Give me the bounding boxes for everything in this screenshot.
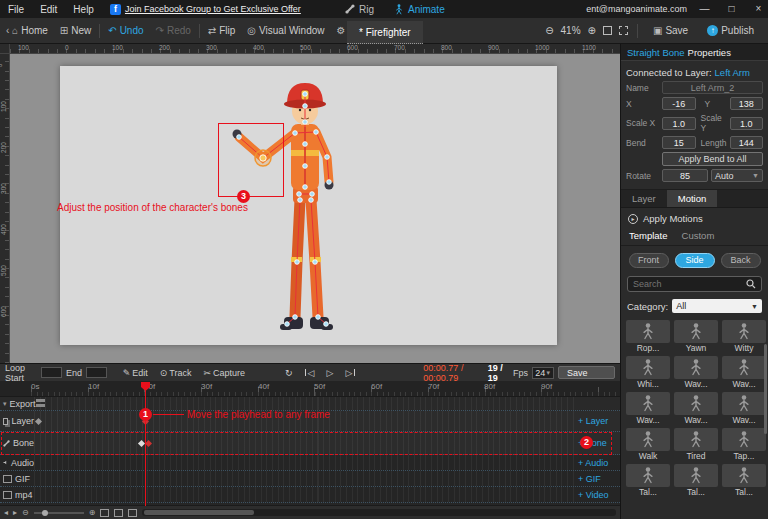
tab-layer[interactable]: Layer <box>621 190 667 207</box>
frame-ruler[interactable]: 0s 10f 20f 30f 40f 50f 60f 70f 80f 90f <box>0 381 620 397</box>
prev-frame-button[interactable]: ◁ <box>301 368 319 378</box>
new-button[interactable]: ⊞New <box>54 25 97 36</box>
motion-item[interactable]: Tal... <box>674 464 718 497</box>
scroll-left-icon[interactable]: ◂ <box>4 508 8 517</box>
timeline-scrollbar[interactable] <box>142 509 616 516</box>
y-field[interactable]: 138 <box>730 97 764 110</box>
play-button[interactable]: ▷ <box>322 368 337 378</box>
motion-item[interactable]: Wav... <box>722 392 766 425</box>
search-input[interactable] <box>633 279 746 289</box>
apply-bend-button[interactable]: Apply Bend to All <box>662 152 763 166</box>
motion-item[interactable]: Wav... <box>626 392 670 425</box>
track-row-audio[interactable]: Audio + Audio <box>0 455 620 471</box>
bone-track-content[interactable] <box>34 432 578 454</box>
zoom-out-button[interactable]: ⊖ <box>545 25 553 36</box>
minimize-button[interactable]: — <box>695 0 714 18</box>
export-icon[interactable] <box>114 509 123 517</box>
stage-canvas[interactable]: 3 Adjust the position of the character's… <box>10 54 620 363</box>
motion-item[interactable]: Tal... <box>722 464 766 497</box>
home-button[interactable]: ‹ ⌂Home <box>0 25 54 36</box>
motion-item[interactable]: Wav... <box>722 356 766 389</box>
monitor-icon[interactable] <box>100 509 109 517</box>
mode-animate[interactable]: Animate <box>394 4 445 15</box>
maximize-button[interactable]: □ <box>722 0 741 18</box>
gif-track-content[interactable] <box>34 471 578 486</box>
trash-icon[interactable] <box>128 509 137 517</box>
bend-field[interactable]: 15 <box>662 136 696 149</box>
slider-handle[interactable] <box>42 510 48 516</box>
motion-item[interactable]: Walk <box>626 428 670 461</box>
loop-start-input[interactable] <box>41 367 62 378</box>
motion-search[interactable] <box>627 276 762 292</box>
redo-button[interactable]: ↷Redo <box>150 25 197 36</box>
next-frame-button[interactable]: ▷ <box>341 368 359 378</box>
motion-item[interactable]: Yawn <box>674 320 718 353</box>
flip-button[interactable]: ⇄Flip <box>202 25 242 36</box>
track-row-mp4[interactable]: mp4 + Video <box>0 487 620 503</box>
keyframe[interactable] <box>35 417 42 424</box>
loop-end-input[interactable] <box>86 367 107 378</box>
panel-scrollbar[interactable] <box>764 344 767 434</box>
zoom-level[interactable]: 41% <box>561 25 581 36</box>
motion-item[interactable]: Tap... <box>722 428 766 461</box>
export-clip[interactable] <box>36 399 45 402</box>
view-front-button[interactable]: Front <box>629 253 669 268</box>
view-back-button[interactable]: Back <box>721 253 761 268</box>
zoom-in-button[interactable]: ⊕ <box>588 25 596 36</box>
motion-item[interactable]: Wav... <box>674 392 718 425</box>
edit-button[interactable]: ✎Edit <box>119 368 152 378</box>
fullscreen-icon[interactable] <box>619 26 628 35</box>
rotate-mode-select[interactable]: Auto▼ <box>711 169 763 182</box>
account-email[interactable]: ent@mangoanimate.com <box>586 4 687 14</box>
fit-screen-icon[interactable] <box>603 26 612 35</box>
tab-motion[interactable]: Motion <box>667 190 718 207</box>
track-row-gif[interactable]: GIF + GIF <box>0 471 620 487</box>
motion-item[interactable]: Wav... <box>674 356 718 389</box>
add-audio-button[interactable]: + Audio <box>578 455 620 470</box>
add-layer-button[interactable]: + Layer <box>578 411 620 431</box>
ruler-origin-box[interactable] <box>0 44 10 54</box>
export-clip[interactable] <box>36 404 45 407</box>
tab-custom[interactable]: Custom <box>682 230 715 241</box>
motion-item[interactable]: Tired <box>674 428 718 461</box>
keyframe[interactable] <box>145 439 152 446</box>
add-gif-button[interactable]: + GIF <box>578 471 620 486</box>
menu-file[interactable]: File <box>0 4 32 15</box>
motion-item[interactable]: Witty <box>722 320 766 353</box>
track-button[interactable]: ⊙Track <box>156 368 196 378</box>
save-button[interactable]: ▣Save <box>647 25 694 36</box>
mp4-track-content[interactable] <box>34 487 578 502</box>
timeline-zoom-slider[interactable] <box>34 512 84 514</box>
length-field[interactable]: 144 <box>730 136 764 149</box>
playhead-line[interactable] <box>145 384 146 506</box>
document-tab[interactable]: * Firefighter <box>347 21 423 44</box>
audio-track-content[interactable] <box>34 455 578 470</box>
motion-item[interactable]: Rop... <box>626 320 670 353</box>
category-select[interactable]: All▼ <box>672 299 762 313</box>
track-row-bone[interactable]: Bone + Bone <box>0 432 620 455</box>
visual-window-button[interactable]: ◎Visual Window <box>241 25 330 36</box>
view-side-button[interactable]: Side <box>675 253 715 268</box>
menu-edit[interactable]: Edit <box>32 4 65 15</box>
scroll-right-icon[interactable]: ▸ <box>13 508 17 517</box>
zoom-out-timeline[interactable]: ⊖ <box>22 508 29 517</box>
save-motion-button[interactable]: Save Motion <box>558 366 615 379</box>
x-field[interactable]: -16 <box>662 97 696 110</box>
undo-button[interactable]: ↶Undo <box>102 25 149 36</box>
scale-x-field[interactable]: 1.0 <box>662 117 696 130</box>
facebook-offer-link[interactable]: f Join Facebook Group to Get Exclusive O… <box>110 4 301 15</box>
bone-selection-box[interactable] <box>218 123 284 197</box>
capture-button[interactable]: ✂Capture <box>199 368 249 378</box>
scrollbar-thumb[interactable] <box>144 510 254 515</box>
close-button[interactable]: × <box>749 0 768 18</box>
motion-item[interactable]: Whi... <box>626 356 670 389</box>
apply-motions-button[interactable]: ▸ Apply Motions <box>621 208 768 229</box>
collapse-icon[interactable]: ▾ <box>3 400 7 408</box>
connected-layer-value[interactable]: Left Arm <box>715 67 750 78</box>
tab-template[interactable]: Template <box>629 230 668 241</box>
loop-playback-button[interactable]: ↻ <box>281 368 297 378</box>
add-video-button[interactable]: + Video <box>578 487 620 502</box>
fps-select[interactable]: 24▼ <box>532 367 554 379</box>
menu-help[interactable]: Help <box>65 4 102 15</box>
rotate-field[interactable]: 85 <box>662 169 708 182</box>
